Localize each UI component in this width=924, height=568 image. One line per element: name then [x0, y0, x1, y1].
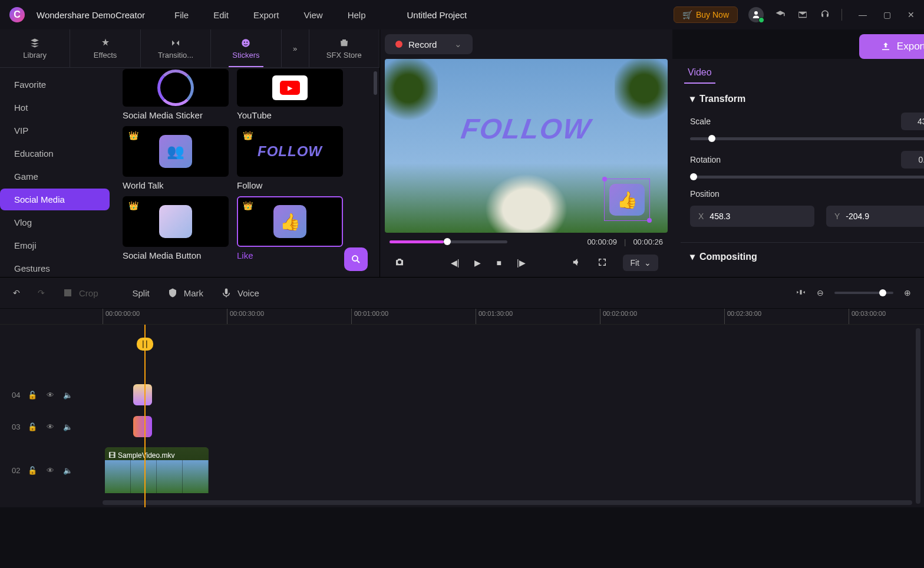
- follow-overlay: FOLLOW: [459, 113, 593, 145]
- record-button[interactable]: Record ⌄: [385, 34, 473, 54]
- sticker-social-media-sticker[interactable]: Social Media Sticker: [123, 69, 226, 120]
- scale-value[interactable]: 43%: [901, 113, 924, 130]
- tab-library[interactable]: Library: [0, 29, 70, 67]
- scrollbar[interactable]: [374, 71, 377, 95]
- stop-button[interactable]: ■: [496, 258, 501, 268]
- cart-icon: 🛒: [682, 10, 692, 19]
- fit-dropdown[interactable]: Fit⌄: [623, 255, 658, 271]
- eye-icon[interactable]: 👁: [45, 421, 55, 432]
- cat-education[interactable]: Education: [0, 143, 110, 164]
- tab-effects[interactable]: Effects: [70, 29, 140, 67]
- tab-sfxstore[interactable]: SFX Store: [309, 29, 380, 67]
- buy-now-label: Buy Now: [696, 10, 729, 19]
- compositing-heading: Compositing: [699, 252, 757, 262]
- snapshot-button[interactable]: [394, 257, 405, 269]
- scale-label: Scale: [690, 117, 711, 126]
- timeline-ruler[interactable]: 00:00:00:00 00:00:30:00 00:01:00:00 00:0…: [0, 309, 924, 325]
- fit-timeline-button[interactable]: [796, 287, 806, 299]
- mute-icon[interactable]: 🔈: [62, 389, 73, 400]
- buy-now-button[interactable]: 🛒 Buy Now: [674, 6, 738, 23]
- rotation-value[interactable]: 0.0°: [901, 151, 924, 169]
- clip-sticker-follow[interactable]: [133, 416, 152, 437]
- voice-button[interactable]: Voice: [237, 288, 259, 298]
- maximize-button[interactable]: ▢: [883, 10, 891, 19]
- inspector-tab-video[interactable]: Video: [684, 65, 715, 84]
- cat-vlog[interactable]: Vlog: [0, 212, 110, 233]
- clip-video[interactable]: 🎞SampleVideo.mkv: [105, 447, 209, 493]
- zoom-slider[interactable]: [834, 292, 893, 294]
- next-frame-button[interactable]: |▶: [517, 258, 526, 268]
- prev-frame-button[interactable]: ◀|: [451, 258, 460, 268]
- mute-icon[interactable]: 🔈: [62, 421, 73, 432]
- tab-stickers[interactable]: Stickers: [211, 29, 281, 67]
- cat-vip[interactable]: VIP: [0, 120, 110, 141]
- cat-social-media[interactable]: Social Media: [0, 189, 110, 210]
- cat-hot[interactable]: Hot: [0, 97, 110, 118]
- crown-icon: 👑: [243, 201, 253, 210]
- play-button[interactable]: ▶: [474, 258, 481, 268]
- position-y-input[interactable]: Y-204.9: [826, 206, 924, 227]
- menu-edit[interactable]: Edit: [213, 10, 229, 20]
- record-label: Record: [408, 39, 437, 49]
- menu-file[interactable]: File: [174, 10, 189, 20]
- mute-icon[interactable]: 🔈: [62, 465, 73, 475]
- selection-box[interactable]: 👍: [604, 179, 650, 221]
- scale-slider[interactable]: [690, 137, 924, 140]
- redo-button[interactable]: ↷: [38, 288, 45, 298]
- tab-transitions[interactable]: Transitio...: [141, 29, 211, 67]
- cat-emoji[interactable]: Emoji: [0, 235, 110, 256]
- track-03-label: 03: [12, 422, 20, 431]
- zoom-in-button[interactable]: ⊕: [904, 288, 911, 298]
- sticker-like[interactable]: 👑👍 Like: [237, 196, 341, 260]
- menu-export[interactable]: Export: [253, 10, 279, 20]
- project-title: Untitled Project: [407, 10, 467, 20]
- tab-more[interactable]: »: [282, 29, 309, 67]
- academy-icon[interactable]: [774, 9, 786, 21]
- lock-icon[interactable]: 🔓: [27, 465, 38, 475]
- menu-help[interactable]: Help: [348, 10, 366, 20]
- search-button[interactable]: [344, 247, 368, 271]
- track-04-label: 04: [12, 391, 20, 399]
- split-marker[interactable]: ⎮⎮: [137, 338, 153, 351]
- lock-icon[interactable]: 🔓: [27, 389, 38, 400]
- menu-view[interactable]: View: [303, 10, 322, 20]
- cat-gestures[interactable]: Gestures: [0, 257, 110, 277]
- playhead[interactable]: [144, 325, 146, 507]
- mail-icon[interactable]: [797, 9, 808, 21]
- lock-icon[interactable]: 🔓: [27, 421, 38, 432]
- cat-favorite[interactable]: Favorite: [0, 74, 110, 95]
- zoom-out-button[interactable]: ⊖: [817, 288, 824, 298]
- time-duration: 00:00:26: [633, 237, 663, 246]
- rotation-slider[interactable]: [690, 176, 924, 179]
- support-icon[interactable]: [819, 9, 831, 21]
- time-bar: 00:00:09 | 00:00:26: [385, 237, 668, 246]
- crown-icon: 👑: [128, 201, 138, 210]
- clip-sticker-like[interactable]: [133, 384, 152, 405]
- titlebar: C Wondershare DemoCreator File Edit Expo…: [0, 0, 924, 29]
- volume-button[interactable]: [571, 257, 582, 269]
- position-x-input[interactable]: X458.3: [690, 206, 814, 227]
- timeline-tracks[interactable]: ⎮⎮ 04 🔓 👁 🔈 03 🔓 👁 🔈 02 🔓 👁 🔈: [0, 325, 924, 507]
- eye-icon[interactable]: 👁: [45, 465, 55, 475]
- minimize-button[interactable]: —: [859, 10, 867, 19]
- progress-slider[interactable]: [390, 240, 507, 243]
- export-button[interactable]: Export: [859, 34, 924, 59]
- sticker-follow[interactable]: 👑FOLLOW Follow: [237, 126, 341, 190]
- timeline-hscroll[interactable]: [103, 500, 912, 505]
- close-button[interactable]: ✕: [908, 10, 915, 19]
- crop-button[interactable]: Crop: [79, 288, 98, 298]
- sticker-world-talk[interactable]: 👑👥 World Talk: [123, 126, 226, 190]
- mark-button[interactable]: Mark: [184, 288, 203, 298]
- undo-button[interactable]: ↶: [13, 288, 20, 298]
- track-02-label: 02: [12, 466, 20, 475]
- cat-game[interactable]: Game: [0, 166, 110, 187]
- user-avatar[interactable]: [748, 7, 764, 22]
- sticker-social-media-button[interactable]: 👑 Social Media Button: [123, 196, 226, 260]
- sticker-categories: Favorite Hot VIP Education Game Social M…: [0, 68, 116, 277]
- eye-icon[interactable]: 👁: [45, 389, 55, 400]
- sticker-youtube[interactable]: ▶ YouTube: [237, 69, 341, 120]
- preview-canvas[interactable]: FOLLOW 👍: [385, 59, 668, 233]
- split-button[interactable]: Split: [133, 288, 150, 298]
- main-menu: File Edit Export View Help: [174, 10, 366, 20]
- fullscreen-button[interactable]: [597, 257, 608, 269]
